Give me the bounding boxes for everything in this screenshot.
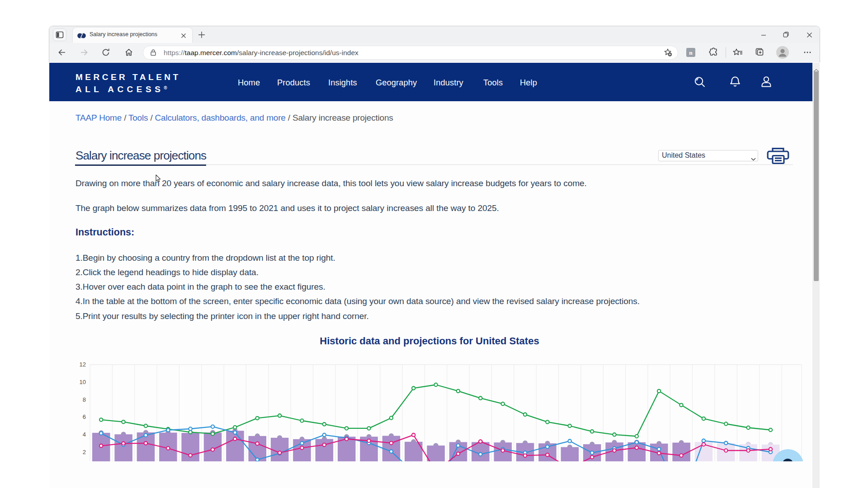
svg-text:8: 8 [83,396,86,403]
svg-text:10: 10 [80,379,86,385]
svg-text:4: 4 [83,431,86,438]
svg-text:6: 6 [83,413,86,420]
svg-text:12: 12 [80,361,86,368]
svg-text:2: 2 [83,449,86,455]
